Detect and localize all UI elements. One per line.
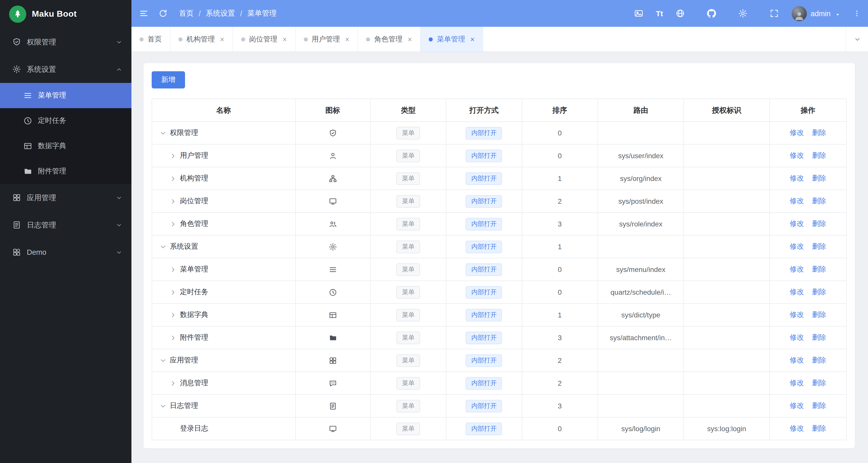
icon-cell [295,395,370,417]
chevron-right-icon[interactable] [169,152,177,159]
menu-name: 角色管理 [180,219,208,228]
edit-link[interactable]: 修改 [790,151,804,159]
type-tag: 菜单 [396,331,420,344]
chevron-right-icon[interactable] [169,220,177,228]
edit-link[interactable]: 修改 [790,401,804,409]
edit-link[interactable]: 修改 [790,356,804,364]
menu-management-card: 新增 名称图标类型打开方式排序路由授权标识操作 权限管理菜单内部打开0修改删除用… [144,63,855,448]
delete-link[interactable]: 删除 [812,288,826,296]
breadcrumb-item[interactable]: 首页 [179,9,194,18]
sidebar-item-table[interactable]: 数据字典 [0,133,131,159]
delete-link[interactable]: 删除 [812,424,826,432]
edit-link[interactable]: 修改 [790,197,804,205]
delete-link[interactable]: 删除 [812,219,826,227]
tab-角色管理[interactable]: 角色管理× [358,27,421,52]
chevron-right-icon[interactable] [169,197,177,205]
sort-cell: 2 [522,349,598,372]
header-actions: Tt admin [634,6,861,21]
type-tag: 菜单 [396,377,420,390]
delete-link[interactable]: 删除 [812,265,826,273]
open-mode-tag: 内部打开 [466,172,502,185]
auth-cell [684,258,770,281]
sidebar-item-demo[interactable]: Demo [0,239,131,266]
edit-link[interactable]: 修改 [790,288,804,296]
chevron-down-icon[interactable] [159,243,167,250]
delete-link[interactable]: 删除 [812,242,826,250]
github-icon[interactable] [707,8,717,19]
chevron-right-icon[interactable] [169,379,177,387]
refresh-icon[interactable] [158,8,168,19]
edit-link[interactable]: 修改 [790,333,804,341]
kebab-menu-icon[interactable] [853,8,861,19]
chevron-right-icon[interactable] [169,311,177,319]
sidebar-item-shield[interactable]: 权限管理 [0,28,131,56]
delete-link[interactable]: 删除 [812,151,826,159]
delete-link[interactable]: 删除 [812,310,826,318]
breadcrumb-item[interactable]: 系统设置 [206,9,235,18]
sidebar-item-gear[interactable]: 系统设置 [0,56,131,83]
auth-cell [684,349,770,372]
delete-link[interactable]: 删除 [812,356,826,364]
open-mode-cell: 内部打开 [446,258,522,281]
edit-link[interactable]: 修改 [790,128,804,136]
tab-list-chevron-down-icon[interactable] [846,27,868,52]
chevron-right-icon[interactable] [169,288,177,296]
open-mode-cell: 内部打开 [446,372,522,395]
tab-首页[interactable]: 首页 [131,27,170,52]
settings-gear-icon[interactable] [738,8,748,19]
user-menu[interactable]: admin [792,6,841,21]
delete-link[interactable]: 删除 [812,128,826,136]
menu-name: 岗位管理 [180,197,208,206]
sidebar-item-doc[interactable]: 日志管理 [0,211,131,239]
chevron-right-icon[interactable] [169,266,177,273]
fullscreen-icon[interactable] [769,8,779,19]
edit-link[interactable]: 修改 [790,424,804,432]
chevron-down-icon[interactable] [159,129,167,137]
tab-菜单管理[interactable]: 菜单管理× [421,27,483,52]
hamburger-icon[interactable] [138,8,149,19]
type-cell: 菜单 [370,190,446,213]
icon-cell [295,304,370,326]
chevron-down-icon[interactable] [159,402,167,410]
delete-link[interactable]: 删除 [812,401,826,409]
route-cell [598,235,684,258]
sidebar-menu: 权限管理系统设置菜单管理定时任务数据字典附件管理应用管理日志管理Demo [0,28,131,266]
sidebar-item-grid[interactable]: 应用管理 [0,184,131,211]
edit-link[interactable]: 修改 [790,242,804,250]
table-row: 数据字典菜单内部打开1sys/dict/type修改删除 [152,304,846,326]
tab-close-icon[interactable]: × [408,35,412,43]
edit-link[interactable]: 修改 [790,219,804,227]
add-button[interactable]: 新增 [152,71,185,88]
tab-close-icon[interactable]: × [345,35,349,43]
sidebar-item-clock[interactable]: 定时任务 [0,108,131,133]
screenshot-icon[interactable] [634,8,644,19]
breadcrumb-item[interactable]: 菜单管理 [247,9,277,18]
language-globe-icon[interactable] [675,8,685,19]
delete-link[interactable]: 删除 [812,379,826,387]
sort-cell: 0 [522,258,598,281]
edit-link[interactable]: 修改 [790,310,804,318]
delete-link[interactable]: 删除 [812,197,826,205]
tab-close-icon[interactable]: × [220,35,224,43]
chevron-down-icon[interactable] [159,357,167,364]
chevron-right-icon[interactable] [169,175,177,182]
delete-link[interactable]: 删除 [812,174,826,182]
monitor-icon [329,425,337,433]
tab-close-icon[interactable]: × [283,35,287,43]
edit-link[interactable]: 修改 [790,174,804,182]
tab-close-icon[interactable]: × [470,35,475,43]
chevron-right-icon[interactable] [169,334,177,341]
type-cell: 菜单 [370,258,446,281]
sidebar-item-folder[interactable]: 附件管理 [0,159,131,184]
chevron-down-icon [116,222,122,228]
tab-机构管理[interactable]: 机构管理× [170,27,233,52]
edit-link[interactable]: 修改 [790,379,804,387]
edit-link[interactable]: 修改 [790,265,804,273]
tab-岗位管理[interactable]: 岗位管理× [233,27,296,52]
open-mode-cell: 内部打开 [446,326,522,349]
delete-link[interactable]: 删除 [812,333,826,341]
tab-用户管理[interactable]: 用户管理× [296,27,358,52]
menu-name: 数据字典 [180,310,208,319]
sidebar-item-menu[interactable]: 菜单管理 [0,83,131,108]
font-size-icon[interactable]: Tt [656,9,663,18]
